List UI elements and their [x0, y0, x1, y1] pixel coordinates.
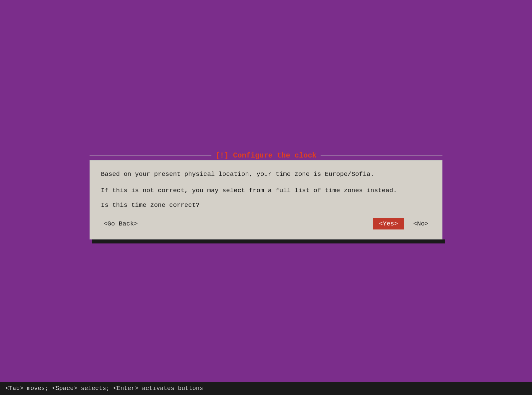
no-button[interactable]: <No> — [410, 219, 431, 229]
dialog-buttons: <Go Back> <Yes> <No> — [101, 218, 431, 229]
go-back-button[interactable]: <Go Back> — [101, 219, 140, 229]
dialog-box: Based on your present physical location,… — [90, 160, 442, 239]
dialog-title-row: [!] Configure the clock — [90, 152, 442, 160]
dialog-wrapper: [!] Configure the clock Based on your pr… — [90, 152, 442, 243]
title-line-right — [321, 156, 442, 156]
yes-button[interactable]: <Yes> — [373, 218, 404, 229]
status-bar-text: <Tab> moves; <Space> selects; <Enter> ac… — [5, 385, 203, 392]
shadow-bar — [92, 239, 445, 243]
dialog-title: [!] Configure the clock — [211, 152, 321, 160]
dialog-question: Is this time zone correct? — [101, 201, 431, 209]
button-group-right: <Yes> <No> — [373, 218, 431, 229]
title-line-left — [90, 156, 211, 156]
status-bar: <Tab> moves; <Space> selects; <Enter> ac… — [0, 382, 532, 395]
dialog-text-line1: Based on your present physical location,… — [101, 169, 431, 179]
dialog-text-line2: If this is not correct, you may select f… — [101, 186, 431, 196]
